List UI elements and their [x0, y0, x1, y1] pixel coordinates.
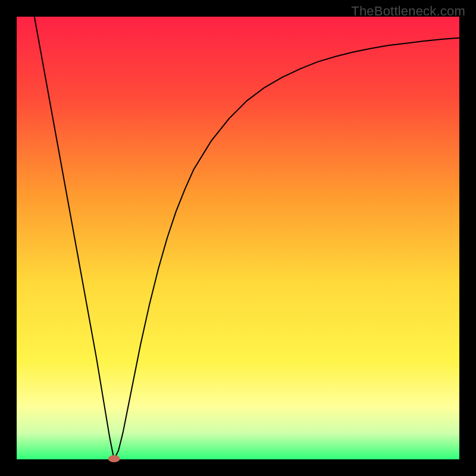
minimum-marker: [108, 455, 120, 462]
watermark-text: TheBottleneck.com: [351, 4, 465, 19]
svg-rect-1: [17, 17, 459, 459]
chart-container: TheBottleneck.com: [0, 0, 476, 476]
bottleneck-chart: [0, 0, 476, 476]
